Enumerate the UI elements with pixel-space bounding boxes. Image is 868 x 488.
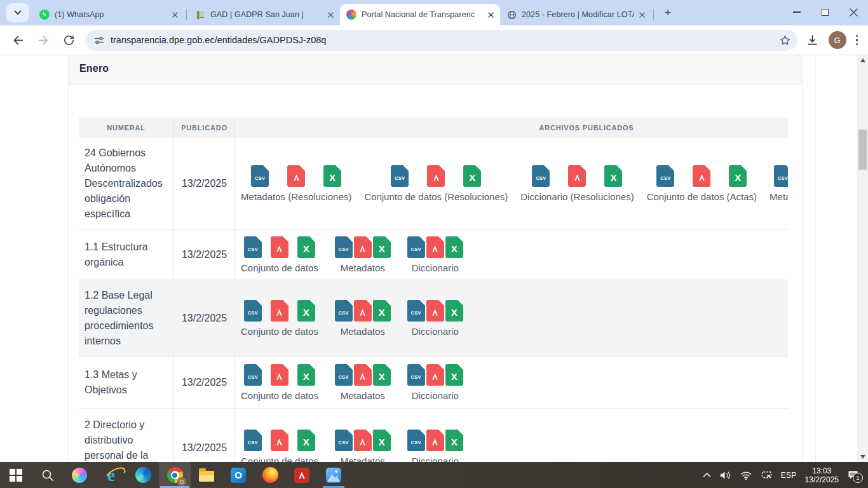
xls-file-icon[interactable]: X xyxy=(729,165,747,187)
pdf-file-icon[interactable] xyxy=(426,300,444,322)
file-icons: CSVX xyxy=(407,430,463,451)
tab-close-icon[interactable] xyxy=(170,10,180,20)
language-indicator[interactable]: ESP xyxy=(781,471,797,480)
taskbar-internet-explorer-button[interactable]: e xyxy=(95,462,127,488)
xls-file-icon[interactable]: X xyxy=(297,364,315,386)
site-info-icon[interactable] xyxy=(93,35,104,46)
csv-file-icon[interactable]: CSV xyxy=(407,236,425,258)
tray-expand-button[interactable] xyxy=(703,472,711,478)
taskbar-edge-button[interactable] xyxy=(127,462,159,488)
pdf-file-icon[interactable] xyxy=(354,236,372,258)
csv-file-icon[interactable]: CSV xyxy=(335,364,353,386)
minimize-button[interactable] xyxy=(782,0,811,24)
csv-file-icon[interactable]: CSV xyxy=(774,165,788,187)
csv-file-icon[interactable]: CSV xyxy=(244,364,262,386)
taskbar-outlook-button[interactable]: O xyxy=(222,462,254,488)
taskbar-search-button[interactable] xyxy=(32,462,64,488)
csv-file-icon[interactable]: CSV xyxy=(391,165,409,187)
pdf-file-icon[interactable] xyxy=(271,236,288,258)
back-button[interactable] xyxy=(10,32,25,48)
csv-file-icon[interactable]: CSV xyxy=(407,430,425,451)
xls-file-icon[interactable]: X xyxy=(445,364,463,386)
csv-file-icon[interactable]: CSV xyxy=(251,165,269,187)
csv-file-icon[interactable]: CSV xyxy=(335,430,353,451)
xls-file-icon[interactable]: X xyxy=(373,300,391,322)
menu-button[interactable] xyxy=(856,35,858,46)
refresh-button[interactable] xyxy=(61,32,76,48)
tab-close-icon[interactable] xyxy=(485,10,496,20)
downloads-button[interactable] xyxy=(805,32,820,48)
csv-file-icon[interactable]: CSV xyxy=(407,364,425,386)
csv-file-icon[interactable]: CSV xyxy=(335,300,353,322)
pdf-file-icon[interactable] xyxy=(287,165,305,187)
pdf-file-icon[interactable] xyxy=(693,165,710,187)
csv-file-icon[interactable]: CSV xyxy=(244,300,262,322)
forward-button[interactable] xyxy=(36,32,51,48)
xls-file-icon[interactable]: X xyxy=(445,300,463,322)
notification-center-button[interactable]: 1 xyxy=(847,470,859,480)
pdf-file-icon[interactable] xyxy=(568,165,586,187)
tab-title: Portal Nacional de Transparenc xyxy=(362,10,483,19)
csv-file-icon[interactable]: CSV xyxy=(532,165,550,187)
scrollbar-down-arrow[interactable] xyxy=(857,452,868,462)
address-bar[interactable]: transparencia.dpe.gob.ec/entidades/GADPD… xyxy=(85,30,797,51)
xls-file-icon[interactable]: X xyxy=(323,165,341,187)
xls-file-icon[interactable]: X xyxy=(373,364,391,386)
file-group-label: Metadatos xyxy=(341,262,385,273)
scrollbar-thumb[interactable] xyxy=(858,130,867,170)
pdf-file-icon[interactable] xyxy=(271,300,288,322)
tab-search-button[interactable] xyxy=(6,3,29,22)
taskbar-clock[interactable]: 13:03 13/2/2025 xyxy=(805,466,839,484)
taskbar-start-button[interactable] xyxy=(0,462,32,488)
url-text[interactable]: transparencia.dpe.gob.ec/entidades/GADPD… xyxy=(111,35,779,45)
csv-file-icon[interactable]: CSV xyxy=(244,430,262,451)
csv-file-icon[interactable]: CSV xyxy=(407,300,425,322)
tab-close-icon[interactable] xyxy=(637,10,648,20)
file-group: CSVXConjunto de datos (Resoluciones) xyxy=(364,165,508,202)
pdf-file-icon[interactable] xyxy=(426,364,444,386)
xls-file-icon[interactable]: X xyxy=(463,165,481,187)
wifi-icon[interactable] xyxy=(740,470,752,480)
pdf-file-icon[interactable] xyxy=(354,430,372,451)
tab-gad[interactable]: GAD | GADPR San Juan | xyxy=(189,4,340,25)
xls-file-icon[interactable]: X xyxy=(297,236,315,258)
tab-close-icon[interactable] xyxy=(325,10,336,20)
taskbar-file-explorer-button[interactable] xyxy=(191,462,222,488)
display-cast-icon[interactable] xyxy=(761,470,773,480)
pdf-file-icon[interactable] xyxy=(427,165,445,187)
page-scrollbar[interactable] xyxy=(857,55,868,462)
file-group: CSVXDiccionario xyxy=(407,364,463,401)
scrollbar-up-arrow[interactable] xyxy=(857,55,868,65)
xls-file-icon[interactable]: X xyxy=(445,236,463,258)
pdf-file-icon[interactable] xyxy=(271,430,288,451)
pdf-file-icon[interactable] xyxy=(354,300,372,322)
taskbar-acrobat-button[interactable] xyxy=(286,462,318,488)
restore-button[interactable] xyxy=(811,0,839,24)
taskbar-copilot-button[interactable] xyxy=(64,462,95,488)
xls-file-icon[interactable]: X xyxy=(297,430,315,451)
pdf-file-icon[interactable] xyxy=(271,364,288,386)
xls-file-icon[interactable]: X xyxy=(445,430,463,451)
pdf-file-icon[interactable] xyxy=(426,236,444,258)
volume-icon[interactable] xyxy=(719,470,731,480)
tab-portal-active[interactable]: Portal Nacional de Transparenc xyxy=(340,4,500,25)
bookmark-star-icon[interactable] xyxy=(779,34,791,46)
tab-febrero[interactable]: 2025 - Febrero | Modificar LOTA xyxy=(500,4,651,25)
csv-file-icon[interactable]: CSV xyxy=(656,165,674,187)
taskbar-photos-button[interactable] xyxy=(318,462,349,488)
close-button[interactable] xyxy=(839,0,868,24)
profile-avatar[interactable]: G xyxy=(829,31,846,49)
taskbar-firefox-button[interactable] xyxy=(254,462,286,488)
csv-file-icon[interactable]: CSV xyxy=(244,236,262,258)
xls-file-icon[interactable]: X xyxy=(373,430,391,451)
tab-whatsapp[interactable]: (1) WhatsApp xyxy=(33,4,184,25)
xls-file-icon[interactable]: X xyxy=(297,300,315,322)
xls-file-icon[interactable]: X xyxy=(604,165,622,187)
taskbar-chrome-button[interactable]: G xyxy=(159,462,191,488)
pdf-file-icon[interactable] xyxy=(426,430,444,451)
table-row: 1.2 Base Legal regulaciones procedimient… xyxy=(79,280,788,357)
pdf-file-icon[interactable] xyxy=(354,364,372,386)
xls-file-icon[interactable]: X xyxy=(373,236,391,258)
csv-file-icon[interactable]: CSV xyxy=(335,236,353,258)
new-tab-button[interactable]: + xyxy=(659,4,677,22)
